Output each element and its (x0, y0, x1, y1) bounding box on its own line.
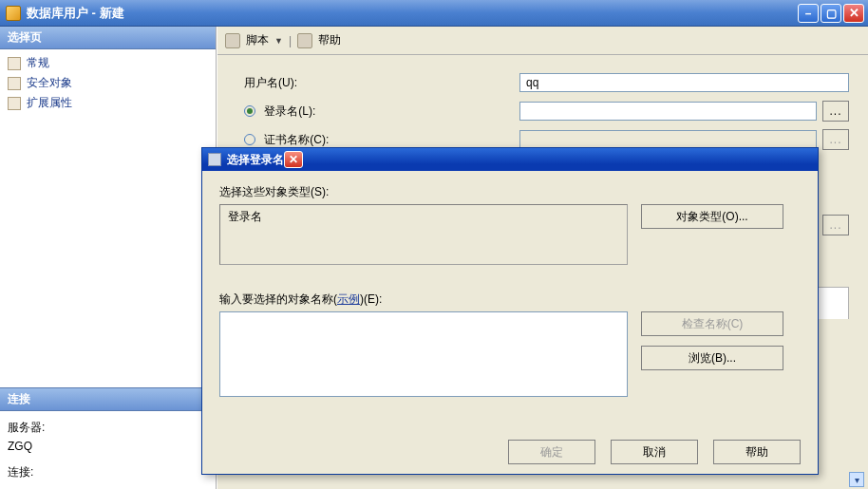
help-icon (297, 33, 312, 48)
loginname-input[interactable] (519, 102, 817, 121)
page-list: 常规 安全对象 扩展属性 (0, 49, 216, 117)
enter-names-label-a: 输入要选择的对象名称( (219, 292, 337, 306)
page-icon (8, 77, 21, 90)
scroll-down-icon[interactable]: ▾ (849, 472, 864, 487)
example-link[interactable]: 示例 (337, 292, 360, 306)
select-types-label: 选择这些对象类型(S): (219, 184, 801, 200)
toolbar: 脚本 ▼ | 帮助 (217, 27, 868, 55)
server-value: ZGQ (8, 438, 208, 456)
loginname-browse-button[interactable]: ... (822, 101, 849, 122)
page-icon (8, 97, 21, 110)
help-button[interactable]: 帮助 (713, 440, 801, 464)
server-label: 服务器: (8, 419, 208, 437)
sidebar-item-securables[interactable]: 安全对象 (6, 73, 210, 93)
certname-radio[interactable] (244, 134, 255, 145)
dialog-titlebar: 选择登录名 ✕ (202, 148, 818, 171)
certname-label: 证书名称(C): (264, 133, 329, 146)
help-link[interactable]: 帮助 (316, 32, 343, 48)
loginname-radio[interactable] (244, 105, 255, 117)
certname-browse-button: ... (822, 129, 849, 150)
database-user-icon (6, 6, 21, 21)
object-types-text: 登录名 (228, 210, 262, 223)
select-page-header: 选择页 (0, 27, 216, 49)
sidebar-item-label: 扩展属性 (27, 95, 72, 111)
script-icon (225, 33, 240, 48)
browse-button[interactable]: 浏览(B)... (641, 346, 783, 370)
enter-names-label-b: )(E): (360, 292, 382, 306)
sidebar-item-general[interactable]: 常规 (6, 53, 210, 73)
check-names-button: 检查名称(C) (641, 311, 783, 336)
sidebar-item-extended[interactable]: 扩展属性 (6, 93, 210, 113)
object-types-box: 登录名 (219, 204, 628, 265)
object-types-button[interactable]: 对象类型(O)... (641, 204, 783, 229)
username-input[interactable] (519, 73, 849, 92)
minimize-button[interactable]: – (798, 4, 819, 23)
certname-input (519, 130, 817, 149)
main-titlebar: 数据库用户 - 新建 – ▢ ✕ (0, 0, 868, 27)
connection-header: 连接 (0, 387, 216, 411)
close-button[interactable]: ✕ (843, 4, 864, 23)
ok-button: 确定 (508, 440, 595, 464)
page-icon (8, 57, 21, 70)
window-title: 数据库用户 - 新建 (27, 5, 124, 22)
dialog-title: 选择登录名 (227, 152, 284, 168)
conn-label: 连接: (8, 463, 208, 481)
bg-browse-1: ... (822, 215, 849, 235)
connection-info: 服务器: ZGQ 连接: (0, 411, 216, 489)
chevron-down-icon[interactable]: ▼ (274, 36, 283, 46)
sidebar-item-label: 常规 (27, 55, 49, 71)
sidebar: 选择页 常规 安全对象 扩展属性 连接 服务器: ZGQ 连接: (0, 27, 217, 489)
cancel-button[interactable]: 取消 (611, 440, 698, 464)
login-radio-row: 登录名(L): (244, 103, 519, 120)
username-label: 用户名(U): (244, 75, 519, 91)
dialog-close-button[interactable]: ✕ (284, 151, 303, 168)
select-login-dialog: 选择登录名 ✕ 选择这些对象类型(S): 登录名 对象类型(O)... 输入要选… (201, 147, 819, 475)
cert-radio-row: 证书名称(C): (244, 132, 519, 148)
sidebar-item-label: 安全对象 (27, 75, 72, 91)
dialog-icon (208, 153, 221, 166)
maximize-button[interactable]: ▢ (821, 4, 841, 23)
object-names-input[interactable] (219, 311, 628, 397)
loginname-label: 登录名(L): (264, 104, 315, 118)
enter-names-label: 输入要选择的对象名称(示例)(E): (219, 292, 801, 308)
script-dropdown[interactable]: 脚本 (244, 32, 271, 48)
